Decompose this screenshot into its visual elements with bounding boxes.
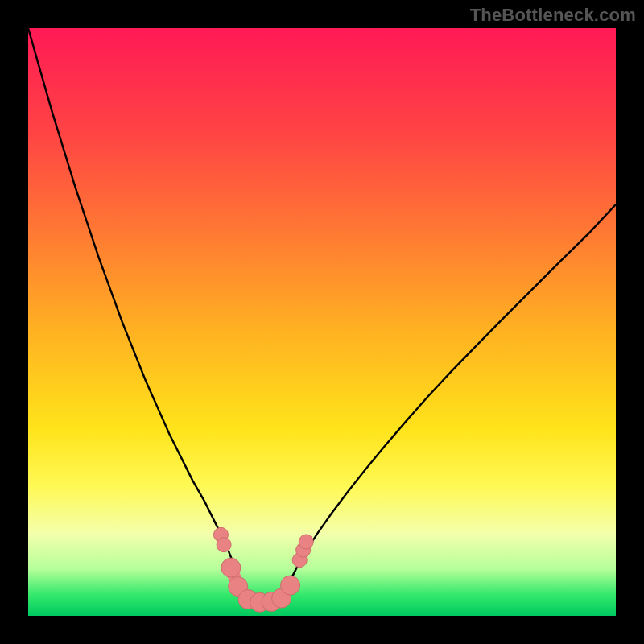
marker-dot <box>299 535 313 549</box>
bottleneck-chart <box>28 28 616 616</box>
chart-frame: TheBottleneck.com <box>0 0 644 644</box>
marker-dot <box>281 576 300 595</box>
marker-dot <box>221 558 241 577</box>
watermark-text: TheBottleneck.com <box>470 5 636 26</box>
marker-dot <box>217 538 231 552</box>
